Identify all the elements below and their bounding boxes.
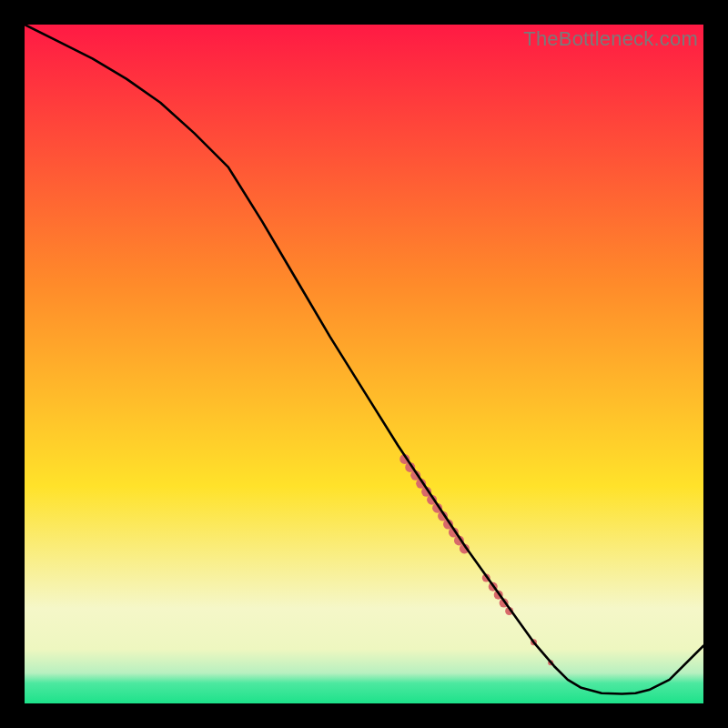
chart-frame: TheBottleneck.com [0,0,728,728]
gradient-bg [25,25,703,703]
plot-area: TheBottleneck.com [25,25,703,703]
chart-svg [25,25,703,703]
watermark-text: TheBottleneck.com [523,27,698,51]
